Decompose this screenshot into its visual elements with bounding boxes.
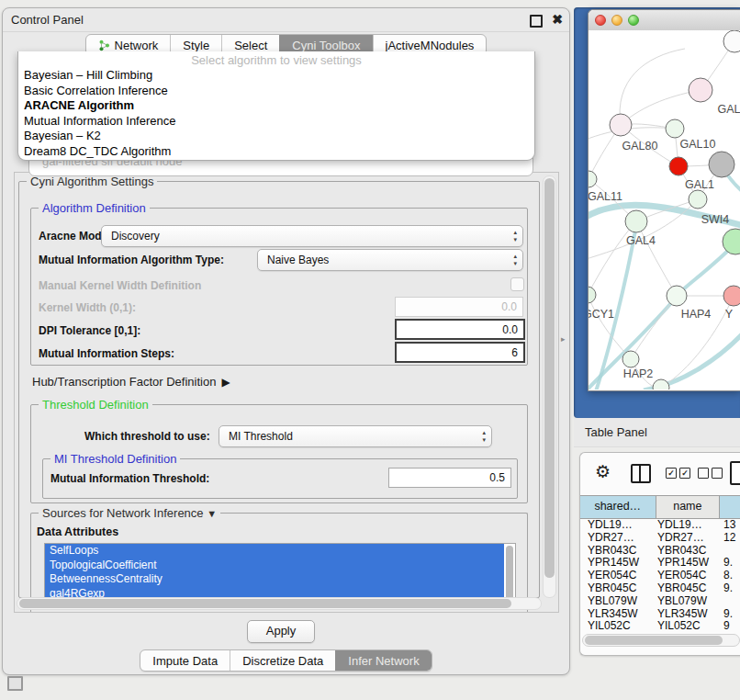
dropdown-item[interactable]: ARACNE Algorithm xyxy=(18,98,534,114)
network-canvas[interactable]: GALGAL80GAL10GAL1GAL11GAL4SWI4GCY1HAP4YH… xyxy=(589,30,740,390)
table-cell: 8. xyxy=(723,569,733,581)
dropdown-item[interactable]: Bayesian – K2 xyxy=(18,129,534,144)
window-close-icon[interactable]: ✖ xyxy=(552,11,563,28)
tab-infer-network[interactable]: Infer Network xyxy=(335,650,431,671)
tab-label: Select xyxy=(234,39,267,52)
restore-panel-icon[interactable] xyxy=(7,676,23,691)
select-all-icon[interactable]: ✓ xyxy=(666,468,677,479)
network-node-gal80[interactable] xyxy=(610,114,632,136)
attribute-list-item[interactable]: SelfLoops xyxy=(45,544,504,559)
network-node-gal10[interactable] xyxy=(666,119,684,138)
mi-steps-field[interactable]: 6 xyxy=(395,342,525,363)
deselect-all-icon[interactable] xyxy=(712,468,723,479)
table-row[interactable]: YBR045CYBR045C9. xyxy=(580,581,740,594)
table-cell: YIL052C xyxy=(588,619,631,632)
network-node-gal[interactable] xyxy=(689,78,712,102)
mi-threshold-label: Mutual Information Threshold: xyxy=(50,472,209,485)
network-node-hap4[interactable] xyxy=(667,286,687,306)
table-row[interactable]: YDL19…YDL19…13 xyxy=(580,518,740,531)
apply-button[interactable]: Apply xyxy=(247,620,315,643)
table-cell: YBR043C xyxy=(657,544,706,557)
dropdown-item[interactable]: Basic Correlation Inference xyxy=(18,84,534,99)
network-node[interactable] xyxy=(653,379,669,390)
panel-title: Control Panel xyxy=(11,13,84,27)
table-header-row: shared… name xyxy=(580,495,740,519)
attribute-list-item[interactable]: TopologicalCoefficient xyxy=(45,559,504,573)
dropdown-item[interactable]: Bayesian – Hill Climbing xyxy=(18,68,534,84)
aracne-mode-combo[interactable]: Discovery ▴ ▾ xyxy=(101,225,523,247)
window-float-icon[interactable] xyxy=(530,15,543,28)
network-node[interactable] xyxy=(709,152,734,177)
table-cell: 9 xyxy=(723,619,730,632)
network-node-gcy1[interactable] xyxy=(589,287,596,303)
panel-splitter-arrow[interactable]: ▸ xyxy=(561,334,566,344)
network-node[interactable] xyxy=(723,30,740,52)
close-button[interactable] xyxy=(595,15,606,26)
data-attributes-list[interactable]: SelfLoopsTopologicalCoefficientBetweenne… xyxy=(44,543,516,605)
table-cell: YPR145W xyxy=(657,556,709,569)
tab-discretize-data[interactable]: Discretize Data xyxy=(230,650,335,671)
network-node-swi4[interactable] xyxy=(723,229,740,254)
table-cell: YDL19… xyxy=(588,518,633,531)
table-cell: YBR043C xyxy=(588,544,636,557)
manual-kernel-label: Manual Kernel Width Definition xyxy=(39,279,201,292)
attribute-list-item[interactable]: BetweennessCentrality xyxy=(45,572,504,587)
node-label: Y xyxy=(725,308,734,321)
settings-horizontal-scrollbar[interactable] xyxy=(17,597,542,610)
table-row[interactable]: YER054CYER054C8. xyxy=(580,569,740,581)
column-header-partial[interactable] xyxy=(720,496,740,518)
table-row[interactable]: YBL079WYBL079W xyxy=(580,594,740,607)
table-row[interactable]: YIL052CYIL052C9 xyxy=(580,619,740,632)
zoom-button[interactable] xyxy=(628,15,639,26)
table-cell: YBL079W xyxy=(657,594,707,607)
table-panel-title: Table Panel xyxy=(585,425,647,439)
select-all-icon[interactable]: ✓ xyxy=(679,468,690,479)
table-cell: YPR145W xyxy=(588,556,639,569)
network-node-gal4[interactable] xyxy=(625,210,647,232)
mi-algorithm-type-combo[interactable]: Naive Bayes ▴ ▾ xyxy=(257,249,523,271)
dropdown-item[interactable]: Dream8 DC_TDC Algorithm xyxy=(18,144,534,160)
table-row[interactable]: YBR043CYBR043C xyxy=(580,544,740,557)
cyni-settings-group: Cyni Algorithm Settings Algorithm Defini… xyxy=(18,181,540,598)
tab-label: jActiveMNodules xyxy=(386,39,475,52)
column-header-name[interactable]: name xyxy=(656,496,721,518)
manual-kernel-checkbox[interactable] xyxy=(510,277,524,291)
dropdown-item[interactable]: Mutual Information Inference xyxy=(18,114,534,130)
table-cell: 9. xyxy=(723,556,733,569)
dpi-tolerance-field[interactable]: 0.0 xyxy=(395,319,525,340)
list-scrollbar[interactable] xyxy=(506,546,513,603)
kernel-width-value: 0.0 xyxy=(501,300,517,313)
tab-impute-data[interactable]: Impute Data xyxy=(140,650,230,671)
table-panel-titlebar: Table Panel xyxy=(574,418,740,447)
split-columns-icon[interactable] xyxy=(631,464,651,483)
which-threshold-combo[interactable]: MI Threshold ▴ ▾ xyxy=(219,425,492,447)
table-cell: YLR345W xyxy=(657,607,708,620)
minimize-button[interactable] xyxy=(611,15,622,26)
table-horizontal-scrollbar[interactable] xyxy=(582,634,740,647)
table-cell: YDR27… xyxy=(657,531,704,544)
combo-arrows-icon: ▴ ▾ xyxy=(482,429,486,444)
table-row[interactable]: YDR27…YDR27…12 xyxy=(580,531,740,544)
column-header-shared-name[interactable]: shared… xyxy=(580,496,656,518)
gear-icon[interactable]: ⚙ xyxy=(595,462,611,482)
kernel-width-field[interactable]: 0.0 xyxy=(395,297,523,317)
table-row[interactable]: YPR145WYPR145W9. xyxy=(580,556,740,569)
combo-arrows-icon: ▴ ▾ xyxy=(513,253,517,267)
network-node[interactable] xyxy=(669,157,688,175)
node-label: GAL4 xyxy=(626,234,656,247)
network-node-hap2[interactable] xyxy=(622,351,639,367)
table-cell: YBR045C xyxy=(657,581,706,594)
node-label: HAP2 xyxy=(623,367,654,380)
settings-vertical-scrollbar[interactable] xyxy=(543,175,556,598)
network-node-y[interactable] xyxy=(723,286,740,306)
table-row[interactable]: YLR345WYLR345W9. xyxy=(580,607,740,620)
network-view-window: GALGAL80GAL10GAL1GAL11GAL4SWI4GCY1HAP4YH… xyxy=(588,9,740,391)
table-cell: 13 xyxy=(723,518,735,531)
collapse-arrow-icon[interactable]: ▼ xyxy=(207,508,217,519)
new-table-icon[interactable] xyxy=(730,461,740,485)
threshold-definition-title: Threshold Definition xyxy=(39,398,152,412)
deselect-all-icon[interactable] xyxy=(698,468,709,479)
network-node-gal1[interactable] xyxy=(689,190,707,209)
mi-threshold-field[interactable]: 0.5 xyxy=(388,468,511,488)
hub-definition-expander[interactable]: Hub/Transcription Factor Definition▶ xyxy=(32,375,230,389)
